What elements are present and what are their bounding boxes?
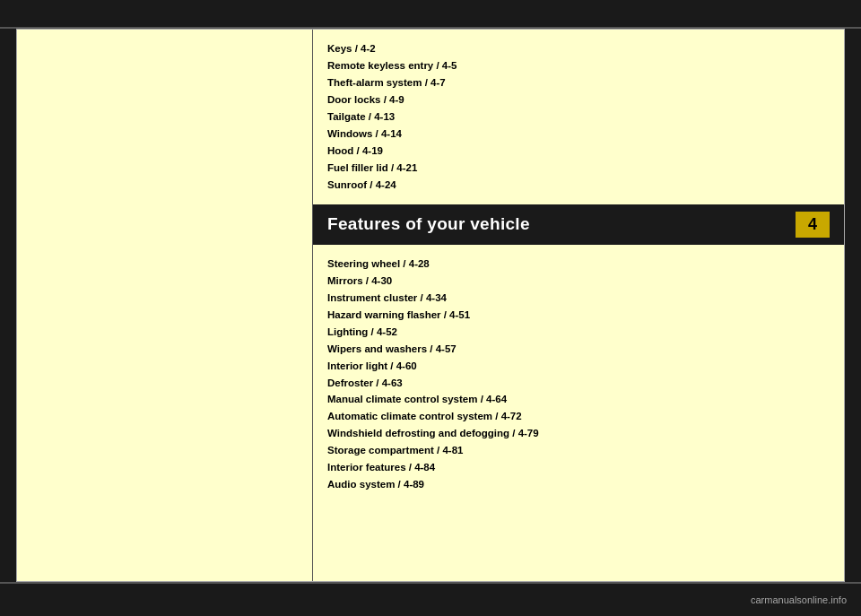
top-list-item: Remote keyless entry / 4-5	[327, 57, 830, 74]
bottom-list-item: Mirrors / 4-30	[327, 273, 830, 290]
bottom-list-item: Audio system / 4-89	[327, 476, 830, 493]
top-list: Keys / 4-2Remote keyless entry / 4-5Thef…	[313, 30, 844, 204]
bottom-list-item: Manual climate control system / 4-64	[327, 391, 830, 408]
top-bar	[0, 0, 861, 27]
left-panel	[17, 30, 313, 581]
top-list-item: Fuel filler lid / 4-21	[327, 160, 830, 177]
bottom-list-item: Automatic climate control system / 4-72	[327, 408, 830, 425]
content-area: Keys / 4-2Remote keyless entry / 4-5Thef…	[16, 29, 845, 582]
section-number: 4	[796, 212, 830, 238]
top-list-item: Tailgate / 4-13	[327, 108, 830, 126]
footer-text: carmanualsonline.info	[751, 594, 847, 605]
bottom-list-item: Interior light / 4-60	[327, 358, 830, 375]
top-list-item: Sunroof / 4-24	[327, 177, 830, 194]
bottom-bar: carmanualsonline.info	[0, 584, 861, 616]
section-header: Features of your vehicle 4	[313, 204, 844, 245]
section-title: Features of your vehicle	[327, 214, 530, 234]
bottom-list-item: Interior features / 4-84	[327, 459, 830, 476]
right-panel: Keys / 4-2Remote keyless entry / 4-5Thef…	[313, 30, 844, 581]
bottom-list-item: Lighting / 4-52	[327, 324, 830, 341]
bottom-list: Steering wheel / 4-28Mirrors / 4-30Instr…	[313, 245, 844, 581]
main-content: Keys / 4-2Remote keyless entry / 4-5Thef…	[16, 29, 845, 582]
top-list-item: Hood / 4-19	[327, 143, 830, 160]
bottom-list-item: Storage compartment / 4-81	[327, 442, 830, 459]
top-list-item: Theft-alarm system / 4-7	[327, 74, 830, 91]
bottom-list-item: Wipers and washers / 4-57	[327, 341, 830, 358]
bottom-list-item: Windshield defrosting and defogging / 4-…	[327, 425, 830, 442]
bottom-list-item: Hazard warning flasher / 4-51	[327, 307, 830, 324]
top-list-item: Door locks / 4-9	[327, 91, 830, 108]
top-list-item: Keys / 4-2	[327, 40, 830, 57]
bottom-list-item: Steering wheel / 4-28	[327, 256, 830, 273]
bottom-list-item: Instrument cluster / 4-34	[327, 290, 830, 307]
top-list-item: Windows / 4-14	[327, 126, 830, 143]
page-wrapper: Keys / 4-2Remote keyless entry / 4-5Thef…	[0, 0, 861, 616]
bottom-list-item: Defroster / 4-63	[327, 375, 830, 392]
